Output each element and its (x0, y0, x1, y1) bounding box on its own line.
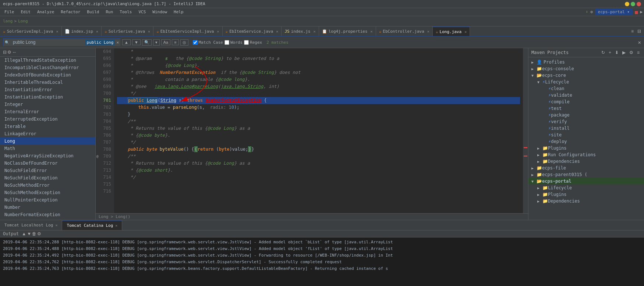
sidebar-item-object[interactable]: Object (0, 218, 95, 220)
output-clear-button[interactable]: 🗑 (32, 231, 36, 236)
menu-file[interactable]: File (1, 9, 17, 15)
more-button[interactable]: ≡ (172, 39, 178, 45)
sidebar-collapse-button[interactable]: ⊟ (3, 50, 7, 55)
sidebar-item-interrupted[interactable]: InterruptedException (0, 115, 95, 123)
tab-catalina-log[interactable]: Tomcat Catalina Log ✕ (62, 220, 122, 230)
menu-edit[interactable]: Edit (18, 9, 34, 15)
sidebar-item-no-such-method-error[interactable]: NoSuchMethodError (0, 182, 95, 189)
sidebar-item-iterable[interactable]: Iterable (0, 123, 95, 130)
sidebar-item-linkage-error[interactable]: LinkageError (0, 130, 95, 137)
menu-vcs[interactable]: VCS (135, 9, 149, 15)
sidebar-item-integer[interactable]: Integer (0, 101, 95, 108)
sidebar-item-illegal-thread[interactable]: IllegalThreadStateException (0, 57, 95, 64)
tab-list-button[interactable]: ≡ (630, 28, 635, 35)
menu-run[interactable]: Run (103, 9, 116, 15)
code-lines[interactable]: * * @param s the {@code String} to be co… (114, 48, 523, 213)
case-button[interactable]: Aa (161, 39, 170, 45)
tree-item-run-configs[interactable]: ▶ 📁 Run Configurations (528, 151, 644, 158)
tab-eb-controller[interactable]: ☕ EbController.java ✕ (376, 26, 433, 36)
sidebar-item-number[interactable]: Number (0, 204, 95, 211)
sidebar-settings-button[interactable]: ⚙ (7, 50, 11, 55)
maven-download-button[interactable]: ⬇ (613, 50, 620, 56)
filter-button[interactable]: ▾ (153, 39, 160, 46)
tree-item-ecps-portal[interactable]: ▼ 📂 ecps-portal (528, 178, 644, 185)
tree-item-test[interactable]: ⚡ test (528, 105, 644, 112)
sidebar-item-math[interactable]: Math (0, 145, 95, 152)
nav-lang[interactable]: lang (3, 19, 13, 24)
tree-item-ecps-file[interactable]: ▶ 📁 ecps-file (528, 165, 644, 171)
output-scroll-down[interactable]: ▼ (27, 231, 31, 236)
scope-button[interactable]: ◎ (180, 39, 188, 46)
tree-item-clean[interactable]: ⚡ clean (528, 85, 644, 92)
minimize-button[interactable] (625, 2, 629, 6)
tab-eb-item-service[interactable]: ☕ EbItemService.java ✕ (223, 26, 282, 36)
sidebar-item-no-class-def[interactable]: NoClassDefFoundError (0, 160, 95, 167)
split-button[interactable]: ⊟ (636, 28, 643, 35)
tab-index-jsp[interactable]: 📄 index.jsp ✕ (62, 26, 102, 36)
sidebar-item-instantiation-exc[interactable]: InstantiationException (0, 93, 95, 101)
tree-item-ecps-console[interactable]: ▶ 📁 ecps-console (528, 65, 644, 72)
tree-item-profiles[interactable]: ▶ 👤 Profiles (528, 59, 644, 65)
close-search-button[interactable]: ✕ (638, 39, 641, 45)
tab-long-java[interactable]: ☕ Long.java ✕ (433, 26, 470, 36)
tree-item-site[interactable]: ⚡ site (528, 132, 644, 138)
maven-run-button[interactable]: ▶ (621, 50, 627, 56)
sidebar-item-null-pointer[interactable]: NullPointerException (0, 196, 95, 204)
match-case-checkbox[interactable] (193, 40, 198, 45)
maven-settings-button[interactable]: ⚙ (628, 50, 635, 56)
regex-checkbox[interactable] (244, 40, 249, 45)
tree-item-validate[interactable]: ⚡ validate (528, 92, 644, 99)
close-button[interactable] (637, 2, 641, 6)
sidebar-item-no-such-method-exc[interactable]: NoSuchMethodException (0, 189, 95, 196)
menu-help[interactable]: Help (171, 9, 187, 15)
match-case-label[interactable]: Match Case (193, 40, 223, 45)
next-match-button[interactable]: ▼ (132, 39, 141, 45)
sidebar-item-instantiation-error[interactable]: InstantiationError (0, 86, 95, 93)
output-settings-button[interactable]: ⚙ (37, 231, 41, 236)
tree-item-lifecycle-portal[interactable]: ▶ 📁 Lifecycle (528, 185, 644, 191)
sidebar-item-internal-error[interactable]: InternalError (0, 108, 95, 115)
tab-localhost-log[interactable]: Tomcat Localhost Log ✕ (0, 220, 62, 230)
tree-item-verify[interactable]: ⚡ verify (528, 118, 644, 125)
find-word-button[interactable]: 🔍 (142, 39, 152, 46)
tree-item-deploy[interactable]: ⚡ deploy (528, 138, 644, 145)
sidebar-item-no-such-field-exc[interactable]: NoSuchFieldException (0, 174, 95, 182)
tab-solr-serive-impl[interactable]: ☕ SolrSeriveImpl.java ✕ (0, 26, 62, 36)
tree-item-ecps-parent[interactable]: ▶ 📁 ecps-parent0315 ( (528, 171, 644, 178)
regex-label[interactable]: Regex (244, 40, 262, 45)
prev-match-button[interactable]: ▲ (122, 39, 131, 45)
words-label[interactable]: Words (224, 40, 243, 45)
maximize-button[interactable] (631, 2, 635, 6)
sidebar-item-incompatible[interactable]: IncompatibleClassChangeError (0, 64, 95, 71)
code-content[interactable]: 694 695 696 697 698 699 700 ● 701 702 70… (96, 48, 528, 213)
maven-add-button[interactable]: + (607, 50, 613, 56)
tree-item-deps-portal[interactable]: ▶ 📁 Dependencies (528, 198, 644, 204)
tree-item-plugins-portal[interactable]: ▶ 📁 Plugins (528, 191, 644, 198)
clear-search-button[interactable]: ✕ (116, 40, 119, 45)
tree-item-lifecycle[interactable]: ▼ ⚡ Lifecycle (528, 79, 644, 85)
sidebar-item-no-such-field-error[interactable]: NoSuchFieldError (0, 167, 95, 174)
tree-item-dependencies-core[interactable]: ▶ 📁 Dependencies (528, 158, 644, 165)
tree-item-compile[interactable]: ⚡ compile (528, 99, 644, 105)
menu-build[interactable]: Build (84, 9, 102, 15)
maven-more-button[interactable]: ≡ (636, 50, 641, 56)
sidebar-item-long[interactable]: Long (0, 137, 95, 145)
sidebar-item-number-format[interactable]: NumberFormatException (0, 211, 95, 218)
nav-long[interactable]: Long (18, 19, 28, 24)
tab-log4j-properties[interactable]: 📋 log4j.properties ✕ (319, 26, 376, 36)
output-scroll-up[interactable]: ▲ (22, 231, 26, 236)
menu-analyze[interactable]: Analyze (34, 9, 57, 15)
tree-item-package[interactable]: ⚡ package (528, 112, 644, 118)
tree-item-ecps-core[interactable]: ▼ 📂 ecps-core (528, 72, 644, 79)
maven-refresh-button[interactable]: ↻ (600, 50, 606, 56)
tab-index-js[interactable]: JS index.js ✕ (282, 26, 319, 36)
sidebar-item-index-out[interactable]: IndexOutOfBoundsException (0, 71, 95, 79)
tab-eb-item-service-impl[interactable]: ☕ EbItemServiceImpl.java ✕ (153, 26, 222, 36)
menu-window[interactable]: Window (149, 9, 170, 15)
tree-item-install[interactable]: ⚡ install (528, 125, 644, 132)
sidebar-item-negative-array[interactable]: NegativeArraySizeException (0, 152, 95, 160)
tab-solr-serive[interactable]: ☕ SolrSerive.java ✕ (102, 26, 153, 36)
search-input[interactable] (11, 39, 84, 46)
sidebar-sync-button[interactable]: ↔ (12, 50, 17, 55)
menu-tools[interactable]: Tools (117, 9, 135, 15)
